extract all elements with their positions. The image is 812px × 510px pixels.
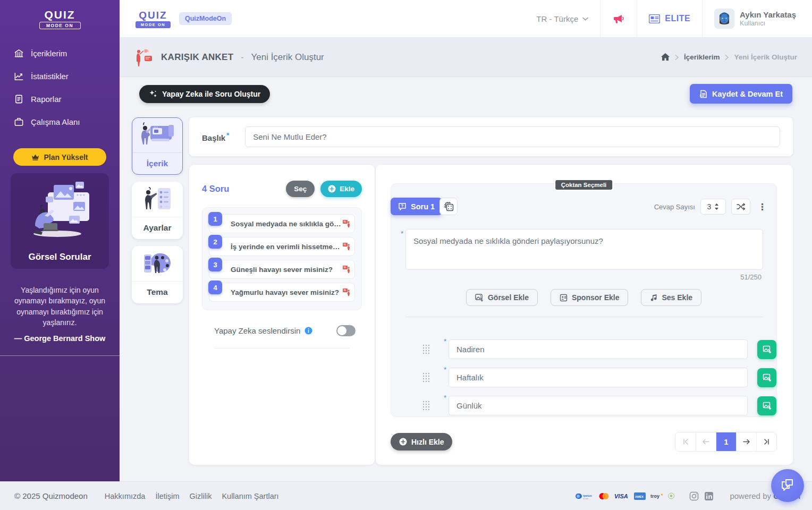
- question-text-input[interactable]: Sosyal medyada ne sıklıkla gönderi payla…: [405, 229, 763, 270]
- top-header: QUIZ MODE ON QuizModeOn TR - Türkçe ELIT…: [120, 0, 812, 37]
- image-plus-icon: [763, 345, 772, 354]
- ai-generate-button[interactable]: Yapay Zeka ile Soru Oluştur: [139, 85, 270, 103]
- chat-widget-button[interactable]: [771, 469, 804, 502]
- answer-count-select[interactable]: 3: [700, 199, 726, 215]
- plan-badge[interactable]: ELITE: [649, 14, 690, 23]
- required-mark: *: [401, 230, 403, 237]
- survey-mini-icon: [342, 265, 350, 274]
- info-icon[interactable]: [304, 327, 312, 335]
- svg-text:iyzico: iyzico: [583, 494, 592, 497]
- logo-subtext: MODE ON: [39, 22, 81, 29]
- add-question-button[interactable]: Ekle: [320, 181, 362, 197]
- crown-icon: [31, 154, 39, 160]
- announcements-icon[interactable]: [612, 13, 625, 24]
- header-logo[interactable]: QUIZ MODE ON: [136, 10, 171, 28]
- chat-question-icon: [398, 202, 407, 210]
- add-sponsor-button[interactable]: Sponsor Ekle: [551, 289, 628, 306]
- answer-image-button[interactable]: [757, 340, 776, 359]
- pagination-prev[interactable]: [696, 432, 716, 451]
- footer-link-kullanim[interactable]: Kullanım Şartları: [222, 492, 278, 500]
- add-image-button[interactable]: Görsel Ekle: [466, 289, 538, 306]
- logo-subtext: MODE ON: [136, 21, 171, 28]
- reports-icon: [14, 94, 24, 104]
- select-questions-button[interactable]: Seç: [286, 181, 315, 197]
- question-list-item-3[interactable]: 3 Güneşli havayı sever misiniz?: [209, 260, 355, 279]
- question-list-item-2[interactable]: 2 İş yerinde en verimli hissetmeni...: [209, 237, 355, 256]
- sidebar-item-iceriklerim[interactable]: İçeriklerim: [0, 42, 120, 65]
- add-audio-button[interactable]: Ses Ekle: [641, 289, 701, 306]
- drag-handle-icon[interactable]: [422, 344, 430, 354]
- title-card: Başlık*: [189, 117, 793, 156]
- tab-tema[interactable]: Tema: [132, 246, 183, 303]
- sidebar-divider: [0, 355, 120, 356]
- visual-questions-card[interactable]: Görsel Sorular: [11, 173, 109, 269]
- char-counter: 51/250: [740, 273, 762, 281]
- quote-block: Yaşlandığımız için oyun oynamayı bırakma…: [7, 285, 112, 343]
- editor-tabs: İçerik Ayarlar: [132, 117, 183, 310]
- workspace-icon: [14, 117, 24, 127]
- question-list-item-4[interactable]: 4 Yağmurlu havayı sever misiniz?: [209, 283, 355, 302]
- sidebar-item-raporlar[interactable]: Raporlar: [0, 88, 120, 110]
- title-separator: -: [241, 53, 243, 62]
- page-title: KARIŞIK ANKET: [161, 52, 233, 63]
- more-options-icon[interactable]: ⋮: [756, 201, 769, 212]
- quick-add-button[interactable]: Hızlı Ekle: [391, 433, 452, 450]
- save-continue-button[interactable]: Kaydet & Devam Et: [690, 84, 792, 104]
- question-number-badge: 1: [208, 212, 222, 226]
- sidebar-item-label: Çalışma Alanı: [31, 117, 80, 126]
- tab-ayarlar[interactable]: Ayarlar: [132, 182, 183, 239]
- footer-link-iletisim[interactable]: İletişim: [155, 492, 179, 500]
- footer-link-gizlilik[interactable]: Gizlilik: [190, 492, 212, 500]
- language-selector[interactable]: TR - Türkçe: [536, 14, 588, 23]
- image-plus-icon: [475, 294, 484, 302]
- question-number-badge: 4: [208, 280, 222, 294]
- quote-text: Yaşlandığımız için oyun oynamayı bırakma…: [7, 285, 112, 328]
- shuffle-answers-button[interactable]: [731, 199, 750, 215]
- arrow-left-icon: [703, 439, 709, 445]
- sidebar-item-istatistikler[interactable]: İstatistikler: [0, 65, 120, 88]
- logo-text: QUIZ: [136, 10, 171, 21]
- user-menu[interactable]: Aykın Yarkataş Kullanıcı: [714, 8, 800, 29]
- app-name-badge: QuizModeOn: [179, 12, 232, 25]
- last-page-icon: [764, 439, 769, 445]
- footer-link-hakkimizda[interactable]: Hakkımızda: [105, 492, 146, 500]
- pagination-last[interactable]: [756, 432, 776, 451]
- answer-input-2[interactable]: [449, 368, 748, 387]
- survey-illustration-icon: [134, 47, 154, 68]
- sidebar-logo[interactable]: QUIZ MODE ON: [39, 8, 81, 29]
- answer-image-button[interactable]: [757, 396, 776, 415]
- question-list-item-1[interactable]: 1 Sosyal medyada ne sıklıkla gön...: [209, 214, 355, 233]
- random-question-button[interactable]: [439, 198, 458, 215]
- chevron-right-icon: [675, 55, 679, 60]
- avatar: [714, 8, 734, 29]
- icerik-illustration: [138, 122, 177, 149]
- answer-image-button[interactable]: [757, 368, 776, 387]
- title-input[interactable]: [245, 126, 780, 147]
- ai-voice-toggle[interactable]: [336, 325, 356, 336]
- breadcrumb-iceriklerim[interactable]: İçeriklerim: [684, 53, 720, 61]
- footer: © 2025 Quizmodeon Hakkımızda İletişim Gi…: [0, 481, 812, 510]
- upgrade-plan-button[interactable]: Plan Yükselt: [13, 148, 106, 166]
- answer-input-1[interactable]: [449, 339, 748, 359]
- linkedin-icon[interactable]: [704, 491, 714, 501]
- logo-text: QUIZ: [39, 8, 81, 21]
- chat-bubbles-icon: [780, 479, 795, 492]
- sidebar-item-calisma-alani[interactable]: Çalışma Alanı: [0, 110, 120, 133]
- pagination-first[interactable]: [675, 432, 696, 451]
- required-mark: *: [444, 366, 446, 373]
- pagination-page-1[interactable]: 1: [716, 432, 736, 451]
- plus-circle-icon: [328, 185, 336, 193]
- sponsor-badge-icon: [560, 294, 568, 302]
- visual-questions-illustration: [20, 181, 100, 243]
- amex-logo: AMEX: [634, 492, 646, 500]
- pagination-next[interactable]: [736, 432, 756, 451]
- answer-input-3[interactable]: [449, 396, 748, 415]
- shuffle-icon: [737, 203, 746, 210]
- question-tab-button[interactable]: Soru 1: [391, 198, 442, 215]
- instagram-icon[interactable]: [689, 491, 699, 501]
- drag-handle-icon[interactable]: [422, 400, 430, 411]
- survey-mini-icon: [342, 288, 350, 296]
- home-icon[interactable]: [661, 53, 670, 61]
- tab-icerik[interactable]: İçerik: [132, 117, 183, 175]
- drag-handle-icon[interactable]: [422, 372, 430, 382]
